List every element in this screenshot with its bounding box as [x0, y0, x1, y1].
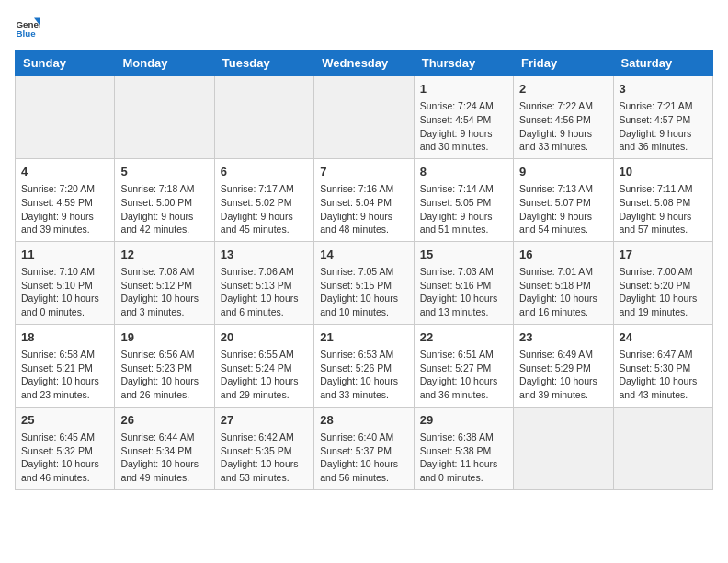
- logo-icon: General Blue: [15, 15, 40, 40]
- day-info: Sunrise: 6:47 AM Sunset: 5:30 PM Dayligh…: [620, 348, 707, 402]
- day-number: 22: [420, 329, 507, 346]
- day-info: Sunrise: 7:08 AM Sunset: 5:12 PM Dayligh…: [120, 265, 208, 319]
- day-number: 25: [21, 412, 108, 429]
- day-cell: 17Sunrise: 7:00 AM Sunset: 5:20 PM Dayli…: [613, 241, 712, 324]
- day-number: 4: [21, 164, 108, 180]
- day-cell: [115, 76, 214, 159]
- day-cell: 6Sunrise: 7:17 AM Sunset: 5:02 PM Daylig…: [214, 158, 313, 241]
- day-number: 26: [120, 412, 208, 429]
- day-number: 2: [519, 81, 607, 98]
- day-number: 20: [221, 329, 308, 346]
- weekday-header-friday: Friday: [514, 51, 613, 76]
- day-cell: [214, 76, 313, 159]
- day-info: Sunrise: 7:20 AM Sunset: 4:59 PM Dayligh…: [21, 182, 108, 236]
- weekday-header-tuesday: Tuesday: [214, 51, 313, 76]
- day-info: Sunrise: 7:17 AM Sunset: 5:02 PM Dayligh…: [221, 182, 308, 236]
- day-number: 5: [120, 164, 208, 180]
- day-number: 23: [519, 329, 607, 346]
- day-cell: 8Sunrise: 7:14 AM Sunset: 5:05 PM Daylig…: [414, 158, 513, 241]
- day-cell: 9Sunrise: 7:13 AM Sunset: 5:07 PM Daylig…: [514, 158, 613, 241]
- day-info: Sunrise: 7:11 AM Sunset: 5:08 PM Dayligh…: [620, 182, 707, 236]
- day-number: 10: [620, 164, 707, 180]
- day-number: 9: [519, 164, 607, 180]
- calendar-table: SundayMondayTuesdayWednesdayThursdayFrid…: [15, 50, 713, 490]
- week-row-3: 11Sunrise: 7:10 AM Sunset: 5:10 PM Dayli…: [16, 241, 713, 324]
- day-cell: 18Sunrise: 6:58 AM Sunset: 5:21 PM Dayli…: [16, 324, 115, 407]
- day-number: 27: [221, 412, 308, 429]
- day-number: 19: [120, 329, 208, 346]
- day-number: 17: [620, 247, 707, 263]
- day-info: Sunrise: 7:16 AM Sunset: 5:04 PM Dayligh…: [320, 182, 407, 236]
- day-info: Sunrise: 7:13 AM Sunset: 5:07 PM Dayligh…: [519, 182, 607, 236]
- weekday-header-monday: Monday: [115, 51, 214, 76]
- day-number: 28: [320, 412, 407, 429]
- day-info: Sunrise: 6:38 AM Sunset: 5:38 PM Dayligh…: [420, 431, 507, 485]
- weekday-header-sunday: Sunday: [16, 51, 115, 76]
- day-info: Sunrise: 7:22 AM Sunset: 4:56 PM Dayligh…: [519, 99, 607, 154]
- week-row-5: 25Sunrise: 6:45 AM Sunset: 5:32 PM Dayli…: [16, 407, 713, 489]
- day-number: 8: [420, 164, 507, 180]
- day-info: Sunrise: 7:24 AM Sunset: 4:54 PM Dayligh…: [420, 99, 507, 154]
- day-number: 13: [221, 247, 308, 263]
- day-number: 14: [320, 247, 407, 263]
- day-info: Sunrise: 7:05 AM Sunset: 5:15 PM Dayligh…: [320, 265, 407, 319]
- day-number: 29: [420, 412, 507, 429]
- day-info: Sunrise: 6:53 AM Sunset: 5:26 PM Dayligh…: [320, 348, 407, 402]
- day-info: Sunrise: 7:06 AM Sunset: 5:13 PM Dayligh…: [221, 265, 308, 319]
- week-row-2: 4Sunrise: 7:20 AM Sunset: 4:59 PM Daylig…: [16, 158, 713, 241]
- day-info: Sunrise: 6:56 AM Sunset: 5:23 PM Dayligh…: [120, 348, 208, 402]
- day-cell: 11Sunrise: 7:10 AM Sunset: 5:10 PM Dayli…: [16, 241, 115, 324]
- day-number: 21: [320, 329, 407, 346]
- day-number: 24: [620, 329, 707, 346]
- day-cell: 26Sunrise: 6:44 AM Sunset: 5:34 PM Dayli…: [115, 407, 214, 489]
- day-cell: [314, 76, 414, 159]
- day-cell: 12Sunrise: 7:08 AM Sunset: 5:12 PM Dayli…: [115, 241, 214, 324]
- day-info: Sunrise: 7:18 AM Sunset: 5:00 PM Dayligh…: [120, 182, 208, 236]
- day-info: Sunrise: 7:14 AM Sunset: 5:05 PM Dayligh…: [420, 182, 507, 236]
- day-number: 3: [620, 81, 707, 98]
- day-info: Sunrise: 7:00 AM Sunset: 5:20 PM Dayligh…: [620, 265, 707, 319]
- day-cell: 10Sunrise: 7:11 AM Sunset: 5:08 PM Dayli…: [613, 158, 712, 241]
- day-number: 16: [519, 247, 607, 263]
- day-cell: 29Sunrise: 6:38 AM Sunset: 5:38 PM Dayli…: [414, 407, 513, 489]
- day-number: 15: [420, 247, 507, 263]
- week-row-1: 1Sunrise: 7:24 AM Sunset: 4:54 PM Daylig…: [16, 76, 713, 159]
- day-cell: 1Sunrise: 7:24 AM Sunset: 4:54 PM Daylig…: [414, 76, 513, 159]
- week-row-4: 18Sunrise: 6:58 AM Sunset: 5:21 PM Dayli…: [16, 324, 713, 407]
- day-cell: 20Sunrise: 6:55 AM Sunset: 5:24 PM Dayli…: [214, 324, 313, 407]
- day-cell: [16, 76, 115, 159]
- day-cell: 3Sunrise: 7:21 AM Sunset: 4:57 PM Daylig…: [613, 76, 712, 159]
- day-cell: 14Sunrise: 7:05 AM Sunset: 5:15 PM Dayli…: [314, 241, 414, 324]
- logo: General Blue: [15, 15, 44, 40]
- day-info: Sunrise: 6:45 AM Sunset: 5:32 PM Dayligh…: [21, 431, 108, 485]
- day-info: Sunrise: 7:03 AM Sunset: 5:16 PM Dayligh…: [420, 265, 507, 319]
- day-cell: 5Sunrise: 7:18 AM Sunset: 5:00 PM Daylig…: [115, 158, 214, 241]
- day-number: 12: [120, 247, 208, 263]
- day-cell: [514, 407, 613, 489]
- day-cell: 24Sunrise: 6:47 AM Sunset: 5:30 PM Dayli…: [613, 324, 712, 407]
- day-number: 6: [221, 164, 308, 180]
- day-info: Sunrise: 6:40 AM Sunset: 5:37 PM Dayligh…: [320, 431, 407, 485]
- day-info: Sunrise: 6:55 AM Sunset: 5:24 PM Dayligh…: [221, 348, 308, 402]
- day-number: 18: [21, 329, 108, 346]
- day-cell: 23Sunrise: 6:49 AM Sunset: 5:29 PM Dayli…: [514, 324, 613, 407]
- day-cell: 22Sunrise: 6:51 AM Sunset: 5:27 PM Dayli…: [414, 324, 513, 407]
- day-cell: 25Sunrise: 6:45 AM Sunset: 5:32 PM Dayli…: [16, 407, 115, 489]
- day-cell: 21Sunrise: 6:53 AM Sunset: 5:26 PM Dayli…: [314, 324, 414, 407]
- svg-text:Blue: Blue: [16, 29, 36, 39]
- weekday-header-saturday: Saturday: [613, 51, 712, 76]
- day-info: Sunrise: 6:44 AM Sunset: 5:34 PM Dayligh…: [120, 431, 208, 485]
- day-info: Sunrise: 7:10 AM Sunset: 5:10 PM Dayligh…: [21, 265, 108, 319]
- day-cell: 16Sunrise: 7:01 AM Sunset: 5:18 PM Dayli…: [514, 241, 613, 324]
- day-cell: 28Sunrise: 6:40 AM Sunset: 5:37 PM Dayli…: [314, 407, 414, 489]
- day-info: Sunrise: 6:42 AM Sunset: 5:35 PM Dayligh…: [221, 431, 308, 485]
- day-number: 1: [420, 81, 507, 98]
- day-cell: [613, 407, 712, 489]
- weekday-header-row: SundayMondayTuesdayWednesdayThursdayFrid…: [16, 51, 713, 76]
- day-number: 11: [21, 247, 108, 263]
- day-cell: 4Sunrise: 7:20 AM Sunset: 4:59 PM Daylig…: [16, 158, 115, 241]
- weekday-header-wednesday: Wednesday: [314, 51, 414, 76]
- day-cell: 27Sunrise: 6:42 AM Sunset: 5:35 PM Dayli…: [214, 407, 313, 489]
- day-info: Sunrise: 7:21 AM Sunset: 4:57 PM Dayligh…: [620, 99, 707, 154]
- day-cell: 2Sunrise: 7:22 AM Sunset: 4:56 PM Daylig…: [514, 76, 613, 159]
